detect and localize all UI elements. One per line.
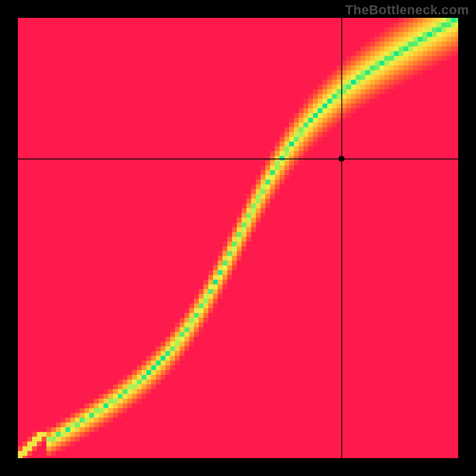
heatmap-plot (18, 18, 458, 458)
chart-container: TheBottleneck.com (0, 0, 476, 476)
heatmap-canvas (18, 18, 458, 458)
watermark-text: TheBottleneck.com (345, 2, 469, 18)
